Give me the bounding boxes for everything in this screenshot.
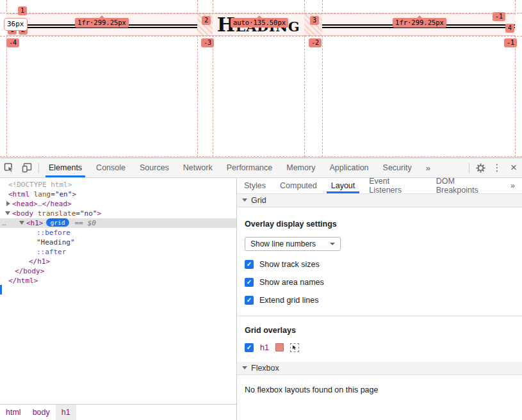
- tab-application[interactable]: Application: [322, 158, 375, 177]
- tree-row-body-close[interactable]: </body>: [0, 266, 236, 276]
- inspected-page-viewport: Heading 1 2 36px 1fr·299.25px auto·135.5…: [0, 0, 522, 158]
- flexbox-section-content: No flexbox layouts found on this page: [237, 385, 522, 394]
- tag-token: <h1>: [26, 219, 44, 227]
- checkbox-label: Show area names: [259, 278, 324, 287]
- elements-panel: <!DOCTYPE html> <html lang="en"> <head>……: [0, 178, 237, 420]
- tag-token: </h1>: [29, 257, 50, 266]
- tag-token: <body: [12, 209, 33, 218]
- tab-console[interactable]: Console: [89, 158, 133, 177]
- section-title: Grid: [251, 196, 266, 205]
- grid-track-size-label: 1fr·299.25px: [393, 18, 446, 28]
- twisty-expanded-icon[interactable]: [5, 211, 10, 215]
- grid-line-number-badge: -1: [504, 38, 517, 47]
- tab-dom-breakpoints[interactable]: DOM Breakpoints: [429, 178, 503, 193]
- breadcrumb-h1[interactable]: h1: [56, 405, 76, 420]
- subtab-label: Styles: [244, 181, 266, 190]
- tree-row-h1-close[interactable]: </h1>: [0, 257, 236, 266]
- checkbox-label: Extend grid lines: [259, 296, 318, 305]
- layout-pane: Styles Computed Layout Event Listeners D…: [237, 178, 522, 420]
- tab-layout[interactable]: Layout: [324, 178, 363, 193]
- extend-grid-lines-checkbox[interactable]: ✓: [245, 296, 254, 305]
- row-hover-dots-icon[interactable]: …: [2, 218, 6, 228]
- tree-row-html-close[interactable]: </html>: [0, 276, 236, 286]
- devtools-main: <!DOCTYPE html> <html lang="en"> <head>……: [0, 178, 522, 420]
- grid-section-content: Overlay display settings Show line numbe…: [237, 220, 522, 305]
- dom-tree: <!DOCTYPE html> <html lang="en"> <head>……: [0, 178, 236, 286]
- grid-extended-row-line: [0, 156, 522, 157]
- tab-sources[interactable]: Sources: [133, 158, 176, 177]
- tab-performance[interactable]: Performance: [220, 158, 280, 177]
- twisty-expanded-icon[interactable]: [19, 221, 24, 225]
- tab-label: Security: [383, 163, 412, 172]
- tab-security[interactable]: Security: [376, 158, 419, 177]
- tag-token: >: [72, 190, 76, 198]
- more-subtabs-chevron-icon[interactable]: »: [503, 178, 522, 193]
- select-value: Show line numbers: [250, 239, 316, 248]
- grid-line-number-badge: 3: [310, 16, 319, 25]
- grid-line-number-badge: -1: [493, 12, 505, 21]
- tree-row-h1-selected[interactable]: …<h1>grid==$0: [0, 218, 236, 228]
- doctype-text: <!DOCTYPE html>: [8, 181, 72, 189]
- sidebar-subtabs: Styles Computed Layout Event Listeners D…: [237, 178, 522, 194]
- grid-line-number-badge: 4: [505, 24, 514, 33]
- text-node-token: "Heading": [37, 238, 75, 246]
- devtools-panel: Elements Console Sources Network Perform…: [0, 158, 522, 420]
- attr-value-token: "no": [80, 209, 97, 218]
- flexbox-section-header[interactable]: Flexbox: [237, 362, 522, 375]
- tab-elements[interactable]: Elements: [42, 158, 89, 177]
- tag-token: <head>: [12, 200, 38, 208]
- grid-badge[interactable]: grid: [46, 218, 70, 227]
- tree-row-before-pseudo[interactable]: ::before: [0, 228, 236, 238]
- divider: [237, 316, 522, 316]
- cursor-arrow-icon: [291, 344, 297, 350]
- twisty-collapsed-icon[interactable]: [6, 201, 10, 206]
- device-toolbar-icon[interactable]: [18, 158, 36, 177]
- subtab-label: Layout: [331, 181, 355, 190]
- tab-styles[interactable]: Styles: [237, 178, 273, 193]
- breadcrumb: html body h1: [0, 404, 236, 420]
- tag-token: >: [97, 209, 101, 218]
- select-element-icon[interactable]: [290, 343, 299, 352]
- tree-row-doctype[interactable]: <!DOCTYPE html>: [0, 180, 236, 190]
- toolbar-separator: [38, 163, 39, 173]
- breadcrumb-html[interactable]: html: [0, 405, 27, 420]
- grid-line-number-badge: 2: [202, 16, 211, 25]
- equals-token: =: [76, 209, 80, 218]
- tab-event-listeners[interactable]: Event Listeners: [362, 178, 428, 193]
- tree-row-text-node[interactable]: "Heading": [0, 238, 236, 247]
- tree-row-head[interactable]: <head>…</head>: [0, 199, 236, 209]
- tree-row-html-open[interactable]: <html lang="en">: [0, 190, 236, 199]
- checkbox-label: Show track sizes: [259, 260, 320, 269]
- kebab-menu-icon[interactable]: ⋮: [489, 158, 505, 177]
- tab-network[interactable]: Network: [176, 158, 220, 177]
- attr-name-token: lang: [29, 190, 51, 198]
- tab-label: Elements: [49, 163, 82, 172]
- devtools-main-tabs: Elements Console Sources Network Perform…: [42, 158, 437, 177]
- show-area-names-checkbox[interactable]: ✓: [245, 278, 254, 287]
- tag-token: <html: [8, 190, 29, 198]
- section-expanded-icon: [242, 198, 247, 202]
- grid-track-size-label: auto·135.50px: [231, 18, 288, 28]
- grid-track-size-label: 1fr·299.25px: [75, 18, 129, 28]
- settings-gear-icon[interactable]: [472, 158, 489, 177]
- tag-token: </head>: [42, 200, 71, 208]
- tab-label: Sources: [140, 163, 169, 172]
- tab-label: Memory: [286, 163, 315, 172]
- tree-row-body-open[interactable]: <body translate="no">: [0, 209, 236, 218]
- grid-line-number-badge: -4: [6, 38, 19, 47]
- overlay-color-swatch[interactable]: [275, 343, 284, 351]
- more-tabs-chevron-icon[interactable]: »: [419, 158, 437, 177]
- tab-memory[interactable]: Memory: [279, 158, 322, 177]
- h1-overlay-checkbox[interactable]: ✓: [245, 343, 254, 352]
- section-title: Flexbox: [251, 364, 279, 373]
- show-track-sizes-checkbox[interactable]: ✓: [245, 260, 254, 269]
- equals-token: =: [51, 190, 55, 198]
- inspect-element-icon[interactable]: [0, 158, 18, 177]
- overlay-display-settings-title: Overlay display settings: [245, 220, 514, 229]
- line-numbers-select[interactable]: Show line numbers: [245, 237, 341, 251]
- tab-computed[interactable]: Computed: [273, 178, 324, 193]
- grid-section-header[interactable]: Grid: [237, 194, 522, 207]
- close-icon[interactable]: ×: [505, 158, 522, 177]
- tree-row-after-pseudo[interactable]: ::after: [0, 247, 236, 257]
- breadcrumb-body[interactable]: body: [27, 405, 56, 420]
